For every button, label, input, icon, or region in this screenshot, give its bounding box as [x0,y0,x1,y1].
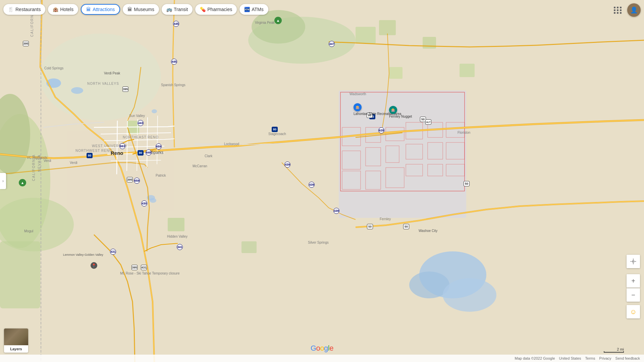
museums-button[interactable]: 🏛 Museums [123,4,159,15]
svg-point-35 [152,109,157,113]
layers-button[interactable]: Layers [4,328,28,353]
scale-label: 2 mi [617,347,624,351]
copyright-text: Map data ©2022 Google [515,356,555,360]
svg-point-37 [150,198,156,203]
zoom-in-button[interactable]: + [627,274,640,288]
svg-rect-42 [379,20,396,35]
restaurants-button[interactable]: 🍴 Restaurants [3,4,45,15]
layers-label: Layers [10,347,22,351]
google-logo: G o o g l e [311,344,333,353]
user-avatar[interactable]: 👤 [627,3,641,17]
footer-bar: Map data ©2022 Google United States Term… [0,355,644,362]
state-label-california2: CALIFORNIA [32,154,36,181]
museums-label: Museums [134,7,154,12]
svg-point-47 [633,261,634,262]
google-letter-e: e [329,344,333,353]
privacy-link[interactable]: Privacy [599,356,611,360]
zoom-controls: + − [627,274,640,302]
svg-rect-45 [460,64,475,77]
state-label-nevada2: NEVADA [38,154,41,172]
avatar-image: 👤 [630,6,638,14]
atms-label: ATMs [252,7,264,12]
map-background [0,0,644,362]
svg-rect-3 [0,241,40,308]
svg-point-6 [252,10,305,44]
museums-icon: 🏛 [127,7,132,12]
transit-label: Transit [174,7,188,12]
svg-rect-40 [241,241,257,253]
pharmacies-label: Pharmacies [207,7,232,12]
atms-button[interactable]: 🏧 ATMs [239,4,268,15]
google-apps-button[interactable] [611,3,625,17]
restaurants-label: Restaurants [15,7,41,12]
svg-rect-8 [67,131,174,211]
hotels-icon: 🏨 [53,7,58,12]
scale-line [604,351,624,353]
svg-rect-44 [423,37,436,49]
attractions-icon: 🏛 [86,7,91,12]
pegman-button[interactable]: ☺ [627,305,640,318]
sidebar-collapse-button[interactable]: › [0,173,6,189]
top-bar: 🍴 Restaurants 🏨 Hotels 🏛 Attractions 🏛 M… [3,4,268,15]
scale-bar: 2 mi [604,347,624,353]
feedback-link[interactable]: Send feedback [615,356,640,360]
map-container[interactable]: Reno Sparks Virginia Peak Cold Springs S… [0,0,644,362]
country-text: United States [559,356,581,360]
attractions-label: Attractions [93,7,115,12]
hotels-label: Hotels [60,7,73,12]
google-letter-o2: o [320,344,324,353]
transit-icon: 🚌 [166,7,172,12]
location-icon [630,258,637,265]
attractions-button[interactable]: 🏛 Attractions [81,4,120,15]
collapse-icon: › [2,179,4,183]
layers-thumbnail [4,328,28,345]
casino-marker-pioneer-crossing: 🎰 Fernley Nugget [389,106,412,118]
pegman-icon: ☺ [630,308,637,316]
terms-link[interactable]: Terms [585,356,595,360]
pharmacies-button[interactable]: 💊 Pharmacies [195,4,237,15]
restaurants-icon: 🍴 [8,7,14,12]
svg-rect-39 [168,218,184,231]
google-letter-g: G [311,344,316,353]
google-apps-grid [614,7,622,14]
peak-marker-virginia: ▲ [274,17,282,24]
location-button[interactable] [627,255,640,268]
svg-point-32 [443,278,496,312]
google-letter-o1: o [316,344,320,353]
hotels-button[interactable]: 🏨 Hotels [48,4,78,15]
pharmacies-icon: 💊 [200,7,206,12]
peak-marker-verdi: ▲ [19,179,26,186]
svg-point-7 [40,34,161,121]
zoom-out-button[interactable]: − [627,288,640,302]
google-letter-g2: g [324,344,328,353]
transit-button[interactable]: 🚌 Transit [162,4,193,15]
svg-rect-41 [356,27,376,44]
place-marker-mt-rose: 📍 [91,262,97,269]
svg-point-34 [71,87,83,94]
atms-icon: 🏧 [244,7,250,12]
svg-rect-43 [389,67,402,79]
